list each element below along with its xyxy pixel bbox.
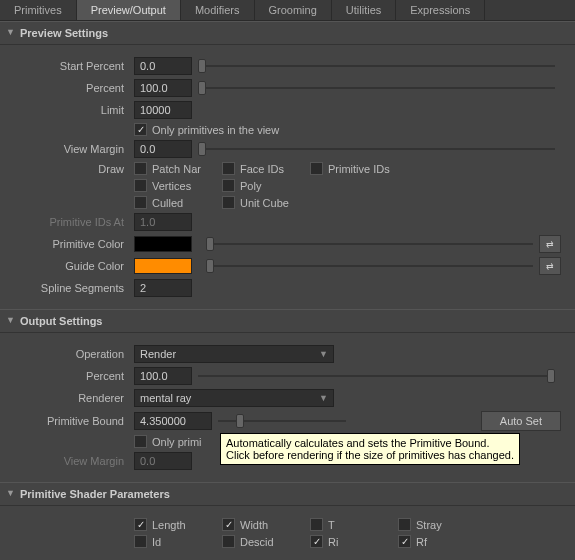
patch-label: Patch Nar <box>152 163 201 175</box>
guide-color-label: Guide Color <box>14 260 134 272</box>
renderer-select[interactable]: mental ray▼ <box>134 389 334 407</box>
preview-settings-header[interactable]: Preview Settings <box>0 21 575 45</box>
prim-color-label: Primitive Color <box>14 238 134 250</box>
primids-at-input[interactable] <box>134 213 192 231</box>
culled-label: Culled <box>152 197 183 209</box>
view-margin-input[interactable] <box>134 140 192 158</box>
width-checkbox[interactable]: ✓ <box>222 518 235 531</box>
descid-label: Descid <box>240 536 274 548</box>
width-label: Width <box>240 519 268 531</box>
out-only-prim-checkbox[interactable] <box>134 435 147 448</box>
t-label: T <box>328 519 335 531</box>
autoset-button[interactable]: Auto Set <box>481 411 561 431</box>
tab-grooming[interactable]: Grooming <box>255 0 332 20</box>
spline-seg-input[interactable] <box>134 279 192 297</box>
limit-input[interactable] <box>134 101 192 119</box>
unitcube-label: Unit Cube <box>240 197 289 209</box>
primbound-label: Primitive Bound <box>14 415 134 427</box>
percent-slider[interactable] <box>198 87 555 89</box>
tab-primitives[interactable]: Primitives <box>0 0 77 20</box>
tab-preview-output[interactable]: Preview/Output <box>77 0 181 20</box>
out-view-margin-input[interactable] <box>134 452 192 470</box>
spline-seg-label: Spline Segments <box>14 282 134 294</box>
out-percent-input[interactable] <box>134 367 192 385</box>
start-percent-input[interactable] <box>134 57 192 75</box>
tab-bar: Primitives Preview/Output Modifiers Groo… <box>0 0 575 21</box>
prim-color-swatch[interactable] <box>134 236 192 252</box>
length-checkbox[interactable]: ✓ <box>134 518 147 531</box>
chevron-down-icon: ▼ <box>319 393 328 403</box>
poly-label: Poly <box>240 180 261 192</box>
unitcube-checkbox[interactable] <box>222 196 235 209</box>
tab-expressions[interactable]: Expressions <box>396 0 485 20</box>
primbound-slider[interactable] <box>218 420 346 422</box>
only-primitives-checkbox[interactable]: ✓ <box>134 123 147 136</box>
ri-label: Ri <box>328 536 338 548</box>
poly-checkbox[interactable] <box>222 179 235 192</box>
tab-modifiers[interactable]: Modifiers <box>181 0 255 20</box>
faceids-checkbox[interactable] <box>222 162 235 175</box>
rf-label: Rf <box>416 536 427 548</box>
faceids-label: Face IDs <box>240 163 284 175</box>
t-checkbox[interactable] <box>310 518 323 531</box>
operation-select[interactable]: Render▼ <box>134 345 334 363</box>
only-primitives-label: Only primitives in the view <box>152 124 279 136</box>
autoset-tooltip: Automatically calculates and sets the Pr… <box>220 433 520 465</box>
percent-input[interactable] <box>134 79 192 97</box>
out-percent-label: Percent <box>14 370 134 382</box>
primids-at-label: Primitive IDs At <box>14 216 134 228</box>
length-label: Length <box>152 519 186 531</box>
guide-color-options-icon[interactable]: ⇄ <box>539 257 561 275</box>
vertices-checkbox[interactable] <box>134 179 147 192</box>
descid-checkbox[interactable] <box>222 535 235 548</box>
out-percent-slider[interactable] <box>198 375 555 377</box>
primids-label: Primitive IDs <box>328 163 390 175</box>
out-only-prim-label: Only primi <box>152 436 202 448</box>
prim-color-options-icon[interactable]: ⇄ <box>539 235 561 253</box>
ri-checkbox[interactable]: ✓ <box>310 535 323 548</box>
id-checkbox[interactable] <box>134 535 147 548</box>
operation-label: Operation <box>14 348 134 360</box>
percent-label: Percent <box>14 82 134 94</box>
shader-params-header[interactable]: Primitive Shader Parameters <box>0 482 575 506</box>
tab-utilities[interactable]: Utilities <box>332 0 396 20</box>
prim-color-slider[interactable] <box>206 243 533 245</box>
limit-label: Limit <box>14 104 134 116</box>
chevron-down-icon: ▼ <box>319 349 328 359</box>
rf-checkbox[interactable]: ✓ <box>398 535 411 548</box>
primids-checkbox[interactable] <box>310 162 323 175</box>
culled-checkbox[interactable] <box>134 196 147 209</box>
stray-label: Stray <box>416 519 442 531</box>
stray-checkbox[interactable] <box>398 518 411 531</box>
renderer-label: Renderer <box>14 392 134 404</box>
guide-color-swatch[interactable] <box>134 258 192 274</box>
guide-color-slider[interactable] <box>206 265 533 267</box>
draw-label: Draw <box>14 163 134 175</box>
primbound-input[interactable] <box>134 412 212 430</box>
start-percent-slider[interactable] <box>198 65 555 67</box>
out-view-margin-label: View Margin <box>14 455 134 467</box>
output-settings-header[interactable]: Output Settings <box>0 309 575 333</box>
vertices-label: Vertices <box>152 180 191 192</box>
view-margin-slider[interactable] <box>198 148 555 150</box>
start-percent-label: Start Percent <box>14 60 134 72</box>
view-margin-label: View Margin <box>14 143 134 155</box>
patch-checkbox[interactable] <box>134 162 147 175</box>
id-label: Id <box>152 536 161 548</box>
